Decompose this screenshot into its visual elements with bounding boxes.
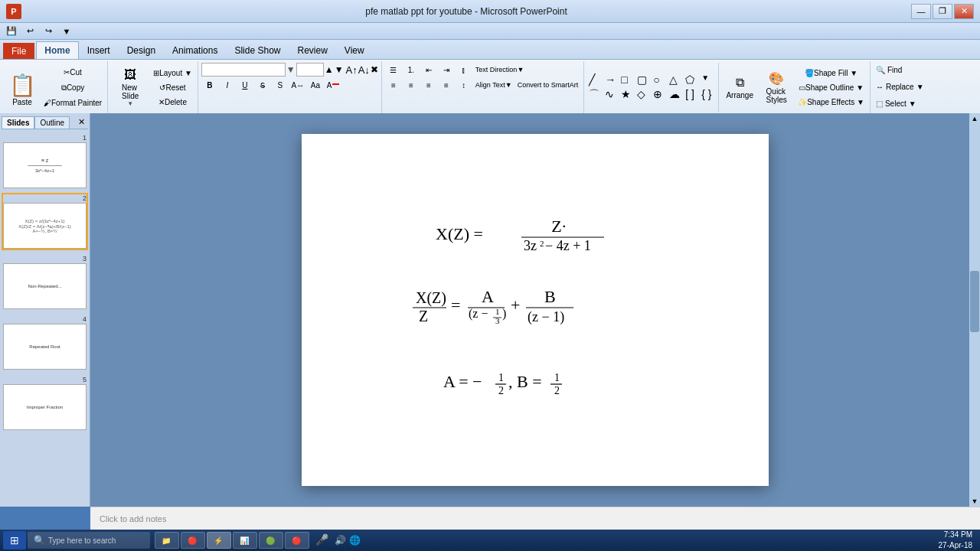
diamond-shape[interactable]: ◇ [635,87,651,103]
heart-shape[interactable]: ⊕ [652,87,667,103]
copy-button[interactable]: ⧉ Copy [41,81,104,95]
scroll-thumb[interactable] [970,271,979,332]
char-spacing-button[interactable]: A↔ [289,78,306,92]
tab-design[interactable]: Design [119,41,164,59]
decrease-font-button[interactable]: A↓ [358,64,370,76]
bullets-button[interactable]: ☰ [385,63,402,77]
svg-text:A: A [482,287,494,306]
new-slide-button[interactable]: 🖼 NewSlide ▼ [111,68,149,108]
format-painter-button[interactable]: 🖌 Format Painter [41,96,104,110]
font-name-dropdown[interactable]: ▼ [286,64,296,75]
text-direction-button[interactable]: Text Direction ▼ [473,63,526,77]
outline-tab[interactable]: Outline [34,116,70,129]
curve-shape[interactable]: ⌒ [587,87,603,103]
numbering-button[interactable]: 1. [403,63,420,77]
rect-shape[interactable]: □ [619,73,635,86]
bold-button[interactable]: B [201,78,218,92]
brace-shape[interactable]: { } [700,87,715,103]
taskbar-app2[interactable]: 📊 [233,532,257,549]
wave-shape[interactable]: ∿ [603,87,619,103]
star-shape[interactable]: ★ [619,87,635,103]
callout-shape[interactable]: ☁ [668,87,683,103]
arrange-button[interactable]: ⧉ Arrange [722,68,757,108]
maximize-button[interactable]: ❐ [933,4,952,19]
layout-button[interactable]: ⊞ Layout ▼ [151,67,194,80]
tab-animations[interactable]: Animations [164,41,226,59]
increase-font-button[interactable]: A↑ [346,64,358,76]
taskbar-mic[interactable]: 🎤 [311,532,333,549]
line-spacing-button[interactable]: ↕ [456,78,472,92]
decrease-indent-button[interactable]: ⇤ [420,63,437,77]
tab-file[interactable]: File [3,43,34,59]
font-size-down[interactable]: ▼ [335,64,344,75]
font-size-input[interactable]: 44 [296,63,324,77]
taskbar-firefox[interactable]: 🔴 [181,532,205,549]
align-left-button[interactable]: ≡ [385,78,402,92]
tab-slideshow[interactable]: Slide Show [226,41,289,59]
rounded-rect-shape[interactable]: ▢ [635,73,651,86]
slide-thumbnail-4[interactable]: 4 Repeated Root [2,314,88,371]
find-button[interactable]: 🔍 Find [874,63,904,77]
delete-button[interactable]: ✕ Delete [151,96,194,109]
taskbar-app4[interactable]: 🔴 [285,532,309,549]
tab-review[interactable]: Review [289,41,335,59]
font-name-input[interactable] [201,63,286,77]
taskbar-matlab[interactable]: ⚡ [207,532,231,549]
notes-area[interactable]: Click to add notes [90,507,980,530]
replace-button[interactable]: ↔ Replace ▼ [874,80,926,93]
shape-outline-button[interactable]: ▭ Shape Outline ▼ [795,81,867,95]
start-button[interactable]: ⊞ [3,531,26,549]
align-center-button[interactable]: ≡ [403,78,420,92]
paste-button[interactable]: 📋 Paste [6,68,38,108]
panel-close[interactable]: ✕ [75,116,88,129]
arrow-shape[interactable]: → [603,73,619,86]
undo-button[interactable]: ↩ [21,24,38,38]
scroll-up-button[interactable]: ▲ [969,113,980,124]
search-bar[interactable]: 🔍 Type here to search [28,532,150,549]
tab-insert[interactable]: Insert [79,41,119,59]
slide-thumbnail-1[interactable]: 1 ≡ z ───────── 3z²−4z+1 [2,132,88,190]
justify-button[interactable]: ≡ [438,78,455,92]
line-shape[interactable]: ╱ [587,73,603,86]
quick-styles-button[interactable]: 🎨 QuickStyles [759,68,794,108]
more-shapes[interactable]: ▼ [700,73,715,86]
tab-view[interactable]: View [336,41,373,59]
pentagon-shape[interactable]: ⬠ [684,73,699,86]
reset-button[interactable]: ↺ Reset [151,81,194,95]
slide-thumbnail-5[interactable]: 5 Improper Fraction [2,374,88,432]
tab-home[interactable]: Home [36,41,78,59]
slide-thumbnail-3[interactable]: 3 Non-Repeated... [2,253,88,311]
strikethrough-button[interactable]: S̶ [254,78,271,92]
quickaccess-dropdown[interactable]: ▼ [58,24,75,38]
svg-text:2: 2 [498,385,504,396]
font-color-button[interactable]: A [325,78,341,92]
underline-button[interactable]: U [237,78,253,92]
clear-format-button[interactable]: ✖ [371,64,378,75]
save-button[interactable]: 💾 [3,24,20,38]
taskbar-explorer[interactable]: 📁 [155,532,179,549]
slide-thumbnail-2[interactable]: 2 X(Z) = z/(3z²−4z+1) X(Z)/Z = A/(z−⅓)+B… [2,193,88,250]
shadow-button[interactable]: S [272,78,289,92]
slides-tab[interactable]: Slides [2,116,34,129]
align-right-button[interactable]: ≡ [420,78,437,92]
taskbar-app3[interactable]: 🟢 [259,532,283,549]
close-button[interactable]: ✕ [954,4,974,19]
text-case-button[interactable]: Aa [307,78,324,92]
triangle-shape[interactable]: △ [668,73,683,86]
cut-button[interactable]: ✂ Cut [41,66,104,80]
scroll-down-button[interactable]: ▼ [969,496,980,507]
redo-button[interactable]: ↪ [40,24,57,38]
font-size-up[interactable]: ▲ [325,64,334,75]
columns-button[interactable]: ⫿ [456,63,472,77]
shape-fill-button[interactable]: 🪣 Shape Fill ▼ [795,67,867,80]
increase-indent-button[interactable]: ⇥ [438,63,455,77]
slide-canvas[interactable]: X(Z) = Z · 3z 2 − 4z + 1 X(Z) Z = [302,134,769,486]
align-text-button[interactable]: Align Text ▼ [473,78,514,92]
minimize-button[interactable]: — [911,4,931,19]
convert-smartart-button[interactable]: Convert to SmartArt [515,78,581,92]
select-button[interactable]: ⬚ Select ▼ [874,96,919,110]
shape-effects-button[interactable]: ✨ Shape Effects ▼ [795,96,867,109]
bracket-shape[interactable]: [ ] [684,87,699,103]
circle-shape[interactable]: ○ [652,73,667,86]
italic-button[interactable]: I [219,78,236,92]
